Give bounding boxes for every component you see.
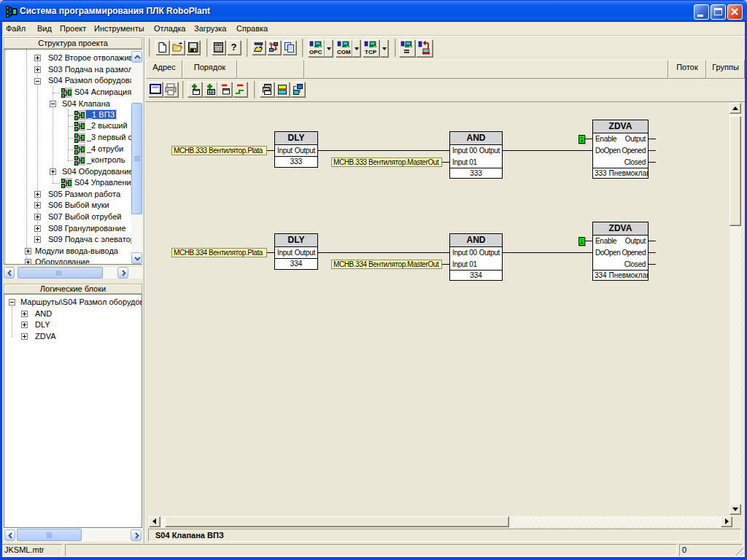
svg-text:COM: COM [337,49,351,55]
svg-text:TCP: TCP [365,49,377,55]
svg-text:OPC: OPC [309,49,322,55]
